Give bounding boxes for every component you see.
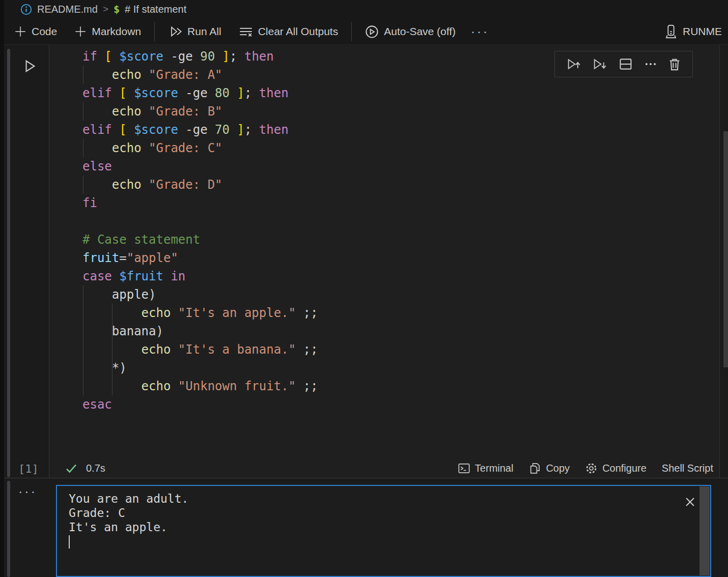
cell-more-actions-icon[interactable] [644,57,657,71]
code-line[interactable] [82,212,318,230]
code-line[interactable]: case $fruit in [82,267,318,285]
cell-hover-toolbar [554,51,693,77]
cell-gutter-border [49,45,49,478]
output-line: It's an apple. [69,520,188,534]
terminal-button[interactable]: Terminal [458,462,514,475]
indent-guide [83,66,83,84]
window-left-edge [0,0,4,577]
code-line[interactable]: echo "It's a banana." ;; [82,340,318,359]
execute-below-icon[interactable] [592,57,607,71]
code-line[interactable]: *) [82,359,318,377]
cell-language-picker[interactable]: Shell Script [662,463,713,474]
play-icon [23,59,37,73]
indent-guide [83,176,83,194]
cell-focus-bar [7,49,10,477]
code-line[interactable]: echo "Unknown fruit." ;; [82,377,318,395]
add-markdown-label: Markdown [92,25,141,38]
notebook-header: README.md > $ # If statement Code Markdo… [4,0,728,45]
code-line[interactable]: echo "It's an apple." ;; [82,304,318,322]
gear-icon [585,462,598,475]
code-line[interactable]: esac [82,395,318,414]
configure-button[interactable]: Configure [585,462,647,475]
indent-guide [83,285,83,395]
copy-icon [528,462,541,475]
breadcrumb-file[interactable]: README.md [37,4,98,15]
runme-logo-icon [664,24,678,39]
breadcrumb-section[interactable]: # If statement [125,4,186,15]
cell-status-bar: 0.7s Terminal Copy [49,459,719,478]
toolbar-separator [154,22,155,41]
output-line: You are an adult. [69,492,188,506]
split-cell-icon[interactable] [619,57,633,71]
copy-button[interactable]: Copy [528,462,570,475]
clear-all-outputs-button[interactable]: Clear All Outputs [239,25,339,38]
copy-label: Copy [546,463,570,474]
auto-save-icon [365,25,379,39]
code-line[interactable]: echo "Grade: B" [82,102,318,121]
toolbar-separator [351,22,352,41]
output-lines: You are an adult.Grade: CIt's an apple. [69,492,188,534]
execute-above-icon[interactable] [566,57,581,71]
execution-count: [1] [18,459,39,478]
indent-guide [83,102,83,121]
run-all-label: Run All [187,25,221,38]
code-line[interactable]: apple) [82,285,318,304]
output-line: Grade: C [69,506,188,520]
configure-label: Configure [602,463,647,474]
code-line[interactable]: elif [ $score -ge 70 ]; then [82,121,318,139]
add-code-label: Code [32,25,57,38]
add-markdown-cell-button[interactable]: Markdown [74,25,141,38]
output-focus-bar [7,481,10,577]
code-line[interactable]: echo "Grade: D" [82,176,318,194]
delete-cell-icon[interactable] [668,57,681,71]
code-line[interactable]: banana) [82,322,318,340]
auto-save-label: Auto-Save (off) [384,25,456,38]
code-line[interactable]: # Case statement [82,230,318,249]
editor-scrollbar-thumb[interactable] [723,131,728,367]
output-terminal[interactable]: You are an adult.Grade: CIt's an apple. [56,485,711,577]
code-line[interactable]: elif [ $score -ge 80 ]; then [82,84,318,102]
notebook-window: README.md > $ # If statement Code Markdo… [0,0,728,577]
notebook-toolbar: Code Markdown Run All [14,18,728,45]
code-line[interactable]: fruit="apple" [82,249,318,267]
code-line[interactable]: echo "Grade: A" [82,66,318,84]
terminal-label: Terminal [475,463,514,474]
toolbar-more-button[interactable]: ··· [471,24,489,39]
code-lines[interactable]: if [ $score -ge 90 ]; then echo "Grade: … [82,47,318,414]
breadcrumb: README.md > $ # If statement [20,0,186,18]
indent-guide [112,304,113,395]
code-line[interactable]: else [82,157,318,176]
clear-all-icon [239,25,253,38]
clear-all-label: Clear All Outputs [258,25,339,38]
cell-right-border [719,45,720,478]
auto-save-toggle[interactable]: Auto-Save (off) [365,25,456,39]
code-line[interactable]: fi [82,194,318,212]
success-check-icon [65,463,78,475]
run-all-button[interactable]: Run All [168,25,221,38]
runme-label: RUNME [683,25,722,38]
terminal-cursor [69,535,70,549]
execution-duration: 0.7s [86,463,105,474]
breadcrumb-chevron-icon: > [103,4,108,15]
info-icon[interactable] [20,4,32,15]
code-line[interactable]: echo "Grade: C" [82,139,318,157]
add-code-cell-button[interactable]: Code [14,25,57,38]
output-scrollbar-thumb[interactable] [699,486,710,575]
runme-button[interactable]: RUNME [664,24,722,39]
terminal-icon [458,462,470,475]
breadcrumb-shell-symbol: $ [114,3,120,15]
run-cell-button[interactable] [22,58,38,74]
cell-bottom-border [4,478,728,478]
close-icon[interactable] [684,496,696,508]
code-line[interactable]: if [ $score -ge 90 ]; then [82,47,318,66]
output-more-button[interactable]: ··· [18,484,37,499]
run-all-icon [168,25,182,38]
indent-guide [83,139,83,157]
plus-icon [14,25,26,38]
plus-icon [74,25,87,38]
